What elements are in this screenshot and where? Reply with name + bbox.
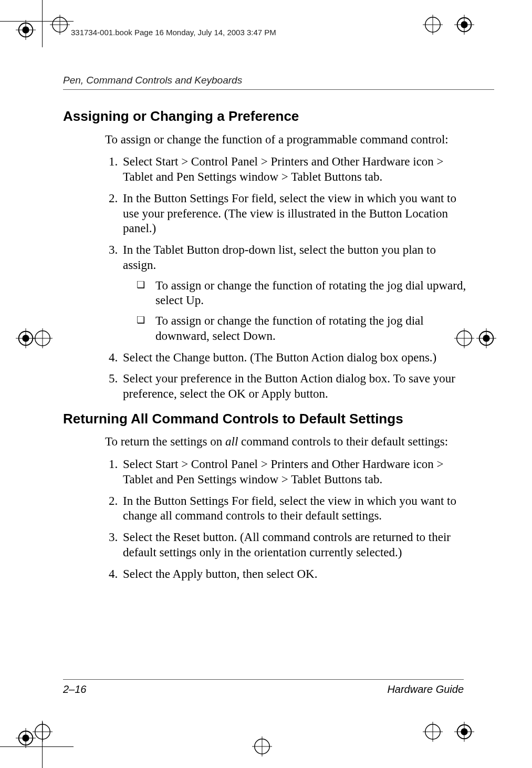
crosshair-icon [423, 15, 443, 35]
sub-item: To assign or change the function of rota… [137, 278, 467, 309]
regmark-icon [454, 15, 474, 35]
regmark-icon [476, 328, 496, 348]
crosshair-icon [33, 722, 53, 742]
steps-list: Select Start > Control Panel > Printers … [105, 457, 467, 582]
step-item: Select Start > Control Panel > Printers … [121, 154, 467, 185]
footer-rule [63, 679, 464, 680]
step-item: Select the Reset button. (All command co… [121, 530, 467, 561]
page-meta: 331734-001.book Page 16 Monday, July 14,… [71, 28, 276, 37]
crosshair-icon [50, 15, 70, 35]
page-number: 2–16 [63, 683, 87, 696]
section-title: Assigning or Changing a Preference [63, 108, 467, 125]
section-intro: To return the settings on all command co… [105, 434, 467, 450]
step-item: Select your preference in the Button Act… [121, 371, 467, 402]
crosshair-icon [33, 328, 53, 348]
steps-list: Select Start > Control Panel > Printers … [105, 154, 467, 402]
regmark-icon [16, 20, 36, 40]
doc-title: Hardware Guide [387, 683, 464, 696]
page-content: Assigning or Changing a Preference To as… [63, 108, 467, 590]
step-item: In the Button Settings For field, select… [121, 191, 467, 236]
intro-em: all [225, 435, 238, 448]
step-item: In the Tablet Button drop-down list, sel… [121, 243, 467, 344]
running-head: Pen, Command Controls and Keyboards [63, 75, 242, 86]
regmark-icon [454, 722, 474, 742]
crosshair-icon [252, 736, 272, 756]
section-intro: To assign or change the function of a pr… [105, 132, 467, 148]
sub-list: To assign or change the function of rota… [123, 278, 467, 344]
intro-text: command controls to their default settin… [238, 435, 448, 448]
step-item: In the Button Settings For field, select… [121, 494, 467, 524]
step-item: Select the Change button. (The Button Ac… [121, 350, 467, 366]
step-text: In the Tablet Button drop-down list, sel… [123, 243, 436, 272]
section-title: Returning All Command Controls to Defaul… [63, 410, 467, 428]
step-item: Select Start > Control Panel > Printers … [121, 457, 467, 487]
crosshair-icon [423, 722, 443, 742]
header-rule [63, 89, 494, 90]
step-item: Select the Apply button, then select OK. [121, 567, 467, 582]
sub-item: To assign or change the function of rota… [137, 314, 467, 344]
intro-text: To return the settings on [105, 435, 225, 448]
